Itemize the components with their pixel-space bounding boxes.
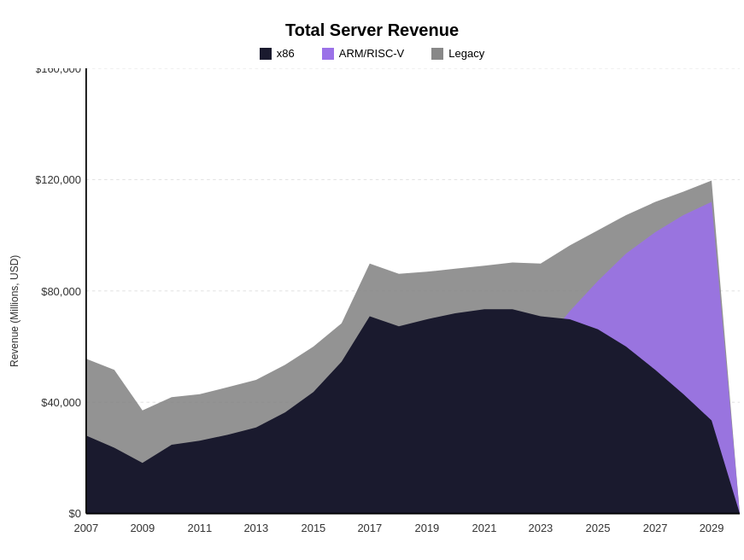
chart-svg: $0 $40,000 $80,000 $120,000 $160,000 <box>36 68 740 554</box>
svg-text:2007: 2007 <box>73 522 98 534</box>
svg-text:2029: 2029 <box>699 522 723 534</box>
svg-text:$0: $0 <box>68 507 80 520</box>
svg-text:2015: 2015 <box>301 522 325 534</box>
legacy-label: Legacy <box>448 47 484 60</box>
svg-text:$40,000: $40,000 <box>41 396 81 409</box>
svg-text:2021: 2021 <box>472 522 496 534</box>
svg-text:2017: 2017 <box>357 522 382 534</box>
svg-container: $0 $40,000 $80,000 $120,000 $160,000 <box>36 68 740 554</box>
chart-area: Revenue (Millions, USD) <box>5 68 740 560</box>
legacy-swatch <box>431 48 443 60</box>
legend-item-x86: x86 <box>260 47 295 60</box>
chart-inner: $0 $40,000 $80,000 $120,000 $160,000 <box>36 68 740 554</box>
legend-item-arm: ARM/RISC-V <box>322 47 405 60</box>
svg-text:2027: 2027 <box>642 522 667 534</box>
svg-text:$160,000: $160,000 <box>36 68 81 75</box>
legend-item-legacy: Legacy <box>431 47 484 60</box>
svg-text:2025: 2025 <box>585 522 610 534</box>
arm-swatch <box>322 48 334 60</box>
chart-container: Total Server Revenue x86 ARM/RISC-V Lega… <box>5 7 740 553</box>
x86-label: x86 <box>277 47 295 60</box>
svg-text:$80,000: $80,000 <box>41 284 81 297</box>
arm-label: ARM/RISC-V <box>339 47 405 60</box>
y-axis-label: Revenue (Millions, USD) <box>5 68 36 554</box>
svg-text:2011: 2011 <box>187 522 212 534</box>
svg-text:2009: 2009 <box>130 522 155 534</box>
svg-text:2019: 2019 <box>414 522 439 534</box>
x86-swatch <box>260 48 272 60</box>
svg-text:2013: 2013 <box>243 522 268 534</box>
legend: x86 ARM/RISC-V Legacy <box>260 47 484 60</box>
svg-text:$120,000: $120,000 <box>36 173 81 186</box>
chart-title: Total Server Revenue <box>285 20 459 40</box>
svg-text:2023: 2023 <box>528 522 553 534</box>
